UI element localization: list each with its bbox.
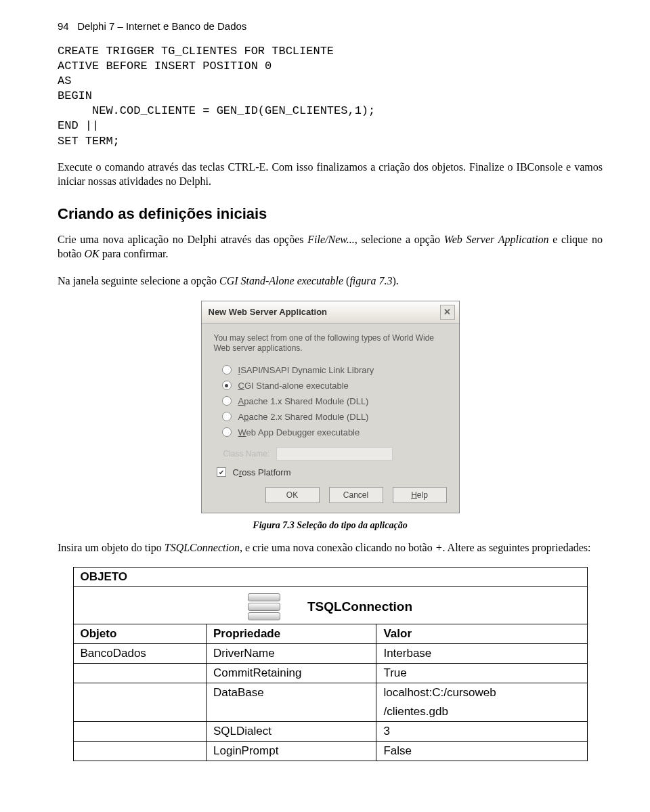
col-propriedade: Propriedade bbox=[207, 624, 376, 644]
paragraph-4: Insira um objeto do tipo TSQLConnection,… bbox=[58, 540, 603, 555]
table-row: DataBase localhost:C:/cursoweb bbox=[73, 683, 587, 703]
help-button[interactable]: Help bbox=[393, 487, 447, 503]
dialog-new-web-server-app: New Web Server Application ✕ You may sel… bbox=[201, 301, 460, 513]
table-row: CommitRetaining True bbox=[73, 664, 587, 683]
radio-icon bbox=[222, 381, 232, 390]
database-icon bbox=[248, 593, 280, 621]
radio-apache1[interactable]: Apache 1.x Shared Module (DLL) bbox=[222, 396, 447, 406]
paragraph-3: Na janela seguinte selecione a opção CGI… bbox=[58, 274, 603, 289]
paragraph-1: Execute o comando através das teclas CTR… bbox=[58, 160, 603, 189]
section-title: Criando as definições iniciais bbox=[58, 205, 603, 223]
col-valor: Valor bbox=[376, 624, 587, 644]
ok-button[interactable]: OK bbox=[265, 487, 320, 503]
class-name-label: Class Name: bbox=[214, 449, 270, 458]
table-row: BancoDados DriverName Interbase bbox=[73, 644, 587, 664]
col-objeto: Objeto bbox=[73, 624, 207, 644]
radio-icon bbox=[222, 365, 232, 375]
radio-webappdebugger[interactable]: Web App Debugger executable bbox=[222, 427, 447, 437]
radio-apache2[interactable]: Apache 2.x Shared Module (DLL) bbox=[222, 412, 447, 422]
paragraph-2: Crie uma nova aplicação no Delphi atravé… bbox=[58, 232, 603, 261]
dialog-options: ISAPI/NSAPI Dynamic Link Library CGI Sta… bbox=[214, 365, 447, 437]
radio-cgi[interactable]: CGI Stand-alone executable bbox=[222, 381, 447, 391]
dialog-titlebar: New Web Server Application ✕ bbox=[202, 301, 459, 324]
class-name-row: Class Name: bbox=[214, 447, 447, 461]
dialog-title: New Web Server Application bbox=[209, 307, 328, 317]
table-row: LoginPrompt False bbox=[73, 742, 587, 761]
properties-table: OBJETO TSQLConnection Objeto Propriedade… bbox=[73, 567, 588, 761]
book-title: Delphi 7 – Internet e Banco de Dados bbox=[77, 20, 246, 32]
cancel-button[interactable]: Cancel bbox=[329, 487, 383, 503]
tsqlconnection-label: TSQLConnection bbox=[307, 599, 412, 614]
radio-icon bbox=[222, 427, 232, 437]
checkbox-icon: ✔ bbox=[217, 467, 226, 477]
close-icon[interactable]: ✕ bbox=[440, 305, 455, 320]
page-header: 94 Delphi 7 – Internet e Banco de Dados bbox=[58, 20, 603, 32]
radio-icon bbox=[222, 396, 232, 406]
radio-isapi[interactable]: ISAPI/NSAPI Dynamic Link Library bbox=[222, 365, 447, 375]
page-number: 94 bbox=[58, 20, 69, 32]
cross-platform-checkbox[interactable]: ✔ Cross Platform bbox=[214, 467, 447, 477]
figure-caption: Figura 7.3 Seleção do tipo da aplicação bbox=[58, 520, 603, 531]
radio-icon bbox=[222, 412, 232, 421]
dialog-intro: You may select from one of the following… bbox=[214, 333, 447, 354]
code-block: CREATE TRIGGER TG_CLIENTES FOR TBCLIENTE… bbox=[58, 44, 603, 149]
class-name-input[interactable] bbox=[276, 447, 393, 461]
table-row: SQLDialect 3 bbox=[73, 722, 587, 742]
table-header: OBJETO bbox=[73, 568, 587, 587]
